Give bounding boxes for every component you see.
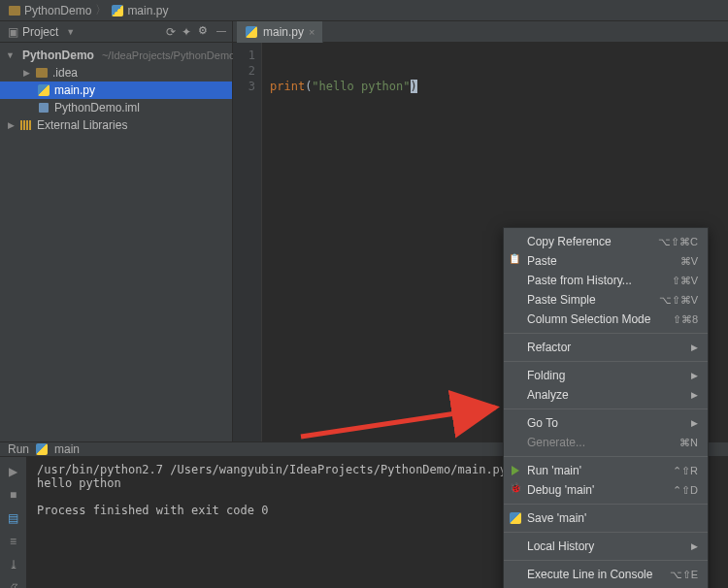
console-line: /usr/bin/python2.7 /Users/wangyubin/Idea…: [37, 463, 507, 476]
tree-idea-label: .idea: [52, 66, 78, 80]
breadcrumb-separator: 〉: [95, 2, 107, 18]
ctx-analyze[interactable]: Analyze▶: [504, 385, 708, 405]
print-button[interactable]: 🖨: [5, 579, 22, 588]
ctx-local-history[interactable]: Local History▶: [504, 537, 708, 556]
scroll-end-button[interactable]: ⤓: [5, 556, 22, 573]
line-number: 2: [233, 64, 255, 80]
code-keyword: print: [270, 80, 305, 93]
run-config-name: main: [54, 442, 80, 456]
tree-root[interactable]: ▼ PythonDemo ~/IdeaProjects/PythonDemo: [0, 47, 232, 64]
ctx-paste-history[interactable]: Paste from History...⇧⌘V: [504, 271, 708, 290]
python-file-icon: [111, 4, 124, 17]
breadcrumb-project[interactable]: PythonDemo: [8, 4, 91, 17]
tree-main-label: main.py: [54, 83, 95, 97]
project-panel-header[interactable]: ▣ Project ▼ ⟳ ✦ —: [0, 21, 233, 42]
project-panel-title: Project: [22, 25, 58, 39]
iml-file-icon: [37, 101, 50, 114]
ctx-separator: [504, 333, 708, 334]
soft-wrap-button[interactable]: ≡: [5, 533, 22, 550]
editor-context-menu: Copy Reference⌥⇧⌘C Paste⌘V Paste from Hi…: [503, 227, 709, 588]
paste-icon: [509, 254, 522, 268]
editor-tab-label: main.py: [263, 25, 304, 39]
ctx-generate: Generate...⌘N: [504, 433, 708, 452]
close-tab-icon[interactable]: ×: [309, 26, 314, 38]
rerun-button[interactable]: ▶: [5, 463, 22, 480]
run-toolbar: ▶ ■ ▤ ≡ ⤓ 🖨 ✖ ?: [0, 457, 27, 588]
editor-tab-main[interactable]: main.py ×: [237, 21, 323, 43]
ctx-paste-simple[interactable]: Paste Simple⌥⇧⌘V: [504, 290, 708, 310]
stop-button[interactable]: ■: [5, 486, 22, 504]
ctx-run-main[interactable]: Run 'main'⌃⇧R: [504, 461, 708, 480]
ctx-separator: [504, 560, 708, 561]
breadcrumb-file-label: main.py: [127, 4, 168, 17]
python-file-icon: [37, 83, 50, 97]
editor-gutter: 1 2 3: [233, 43, 262, 441]
ctx-go-to[interactable]: Go To▶: [504, 413, 708, 433]
code-area[interactable]: print("hello python"): [262, 43, 425, 441]
ctx-refactor[interactable]: Refactor▶: [504, 338, 708, 357]
tree-root-label: PythonDemo: [22, 49, 94, 62]
python-file-icon: [509, 511, 522, 525]
collapse-all-icon[interactable]: ⟳: [166, 25, 176, 39]
run-label: Run: [8, 442, 29, 456]
tree-root-path: ~/IdeaProjects/PythonDemo: [102, 49, 235, 61]
code-string: "hello python": [312, 80, 410, 93]
ctx-column-selection[interactable]: Column Selection Mode⇧⌘8: [504, 310, 708, 329]
python-file-icon: [245, 25, 258, 39]
debug-icon: [509, 483, 522, 497]
ctx-separator: [504, 361, 708, 362]
python-file-icon: [35, 442, 49, 456]
tree-iml-label: PythonDemo.iml: [54, 101, 140, 114]
editor-tab-bar: main.py ×: [233, 21, 728, 43]
project-tree[interactable]: ▼ PythonDemo ~/IdeaProjects/PythonDemo ▶…: [0, 43, 233, 441]
breadcrumb-project-label: PythonDemo: [24, 4, 91, 17]
console-line: hello python: [37, 476, 121, 490]
tree-main-file[interactable]: main.py: [0, 82, 232, 99]
toolbar-row: ▣ Project ▼ ⟳ ✦ — main.py ×: [0, 21, 728, 43]
ctx-separator: [504, 408, 708, 409]
console-line: Process finished with exit code 0: [37, 504, 268, 517]
ctx-separator: [504, 504, 708, 505]
gear-icon[interactable]: [197, 25, 211, 39]
tree-external-libraries[interactable]: ▶ External Libraries: [0, 116, 232, 134]
ctx-debug-main[interactable]: Debug 'main'⌃⇧D: [504, 480, 708, 500]
run-icon: [509, 464, 522, 477]
ctx-separator: [504, 456, 708, 457]
ctx-folding[interactable]: Folding▶: [504, 366, 708, 385]
ctx-save-main[interactable]: Save 'main': [504, 508, 708, 528]
ctx-run-file-console[interactable]: Run File in Console: [504, 584, 708, 588]
line-number: 3: [233, 80, 255, 95]
folder-icon: [8, 4, 21, 17]
ctx-execute-line[interactable]: Execute Line in Console⌥⇧E: [504, 565, 708, 584]
tree-idea-folder[interactable]: ▶ .idea: [0, 64, 232, 82]
folder-icon: [35, 66, 49, 80]
ctx-separator: [504, 532, 708, 533]
tree-iml-file[interactable]: PythonDemo.iml: [0, 99, 232, 116]
tree-extlib-label: External Libraries: [37, 118, 127, 132]
ctx-paste[interactable]: Paste⌘V: [504, 251, 708, 271]
breadcrumb-file[interactable]: main.py: [111, 4, 168, 17]
layout-button[interactable]: ▤: [5, 509, 22, 527]
line-number: 1: [233, 49, 255, 64]
library-icon: [19, 118, 33, 132]
ctx-copy-reference[interactable]: Copy Reference⌥⇧⌘C: [504, 232, 708, 251]
code-paren-close: ): [411, 80, 417, 93]
breadcrumb: PythonDemo 〉 main.py: [0, 0, 728, 21]
show-options-icon[interactable]: ✦: [182, 25, 191, 39]
hide-panel-icon[interactable]: —: [216, 25, 226, 39]
